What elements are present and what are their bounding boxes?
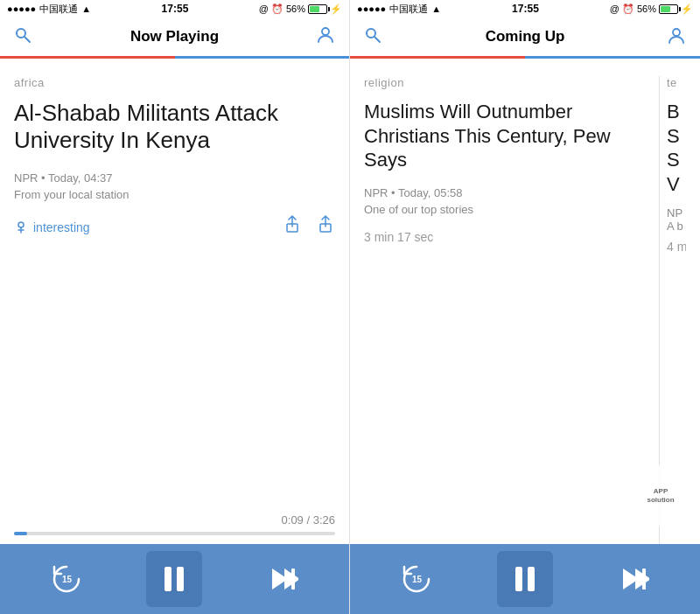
source-left: NPR — [14, 171, 38, 185]
coming-up-item-1: religion Muslims Will Outnumber Christia… — [364, 76, 659, 544]
skip-icon-right — [618, 563, 649, 595]
interesting-button[interactable]: interesting — [14, 220, 90, 234]
svg-text:15: 15 — [62, 575, 73, 584]
pause-button-right[interactable] — [497, 551, 553, 607]
status-right-left: @ ⏰ 56% ⚡ — [259, 3, 342, 15]
meta-coming-1: NPR • Today, 05:58 — [364, 186, 648, 199]
svg-point-2 — [322, 28, 329, 35]
at-icon: @ — [259, 3, 269, 14]
svg-line-13 — [374, 37, 380, 42]
replay-button-right[interactable]: 15 — [392, 555, 441, 604]
search-icon-left[interactable] — [14, 26, 32, 48]
source-line-left: From your local station — [14, 188, 335, 201]
svg-text:15: 15 — [412, 575, 423, 584]
controls-bar-left: 15 — [0, 544, 349, 614]
pause-icon-left — [164, 567, 184, 591]
profile-icon-right[interactable] — [667, 25, 686, 49]
svg-point-14 — [673, 29, 680, 36]
category-coming-2: te — [667, 76, 686, 89]
pause-icon-right — [515, 567, 535, 591]
category-coming-1: religion — [364, 76, 648, 89]
status-bar-left: ●●●●● 中国联通 ▲ 17:55 @ ⏰ 56% ⚡ — [0, 0, 349, 17]
svg-rect-18 — [642, 569, 646, 590]
article-title-coming-2: BSSV — [667, 100, 686, 196]
signal-dots-right: ●●●●● — [357, 3, 386, 14]
controls-bar-right: 15 — [350, 544, 700, 614]
status-bar-right: ●●●●● 中国联通 ▲ 17:55 @ ⏰ 56% ⚡ — [350, 0, 700, 17]
status-left: ●●●●● 中国联通 ▲ — [7, 3, 91, 16]
source-line-coming-1: One of our top stories — [364, 203, 648, 216]
category-left: africa — [14, 76, 335, 89]
carrier-right: 中国联通 — [389, 3, 428, 16]
meta-left: NPR • Today, 04:37 — [14, 171, 335, 185]
article-title-left: Al-Shabab Militants Attack University In… — [14, 100, 335, 154]
search-icon-right[interactable] — [364, 26, 382, 48]
progress-track-left[interactable] — [14, 532, 335, 535]
duration-coming-2: 4 m — [667, 240, 686, 254]
carrier-left: 中国联通 — [39, 3, 78, 16]
signal-dots: ●●●●● — [7, 3, 36, 14]
replay-icon-right: 15 — [397, 560, 436, 598]
status-right-right: @ ⏰ 56% ⚡ — [610, 3, 693, 15]
watermark: APPsolution — [630, 465, 691, 527]
now-playing-panel: ●●●●● 中国联通 ▲ 17:55 @ ⏰ 56% ⚡ Now Playing — [0, 0, 350, 614]
actions-row-left: interesting — [14, 215, 335, 239]
date-coming-1: Today, 05:58 — [398, 186, 462, 199]
pause-button-left[interactable] — [146, 551, 202, 607]
watermark-text: APPsolution — [647, 487, 674, 504]
share-button-1[interactable] — [283, 215, 302, 239]
lightning-icon: ⚡ — [330, 3, 342, 15]
article-title-coming-1: Muslims Will Outnumber Christians This C… — [364, 100, 648, 172]
meta-coming-2: NP — [667, 206, 686, 220]
skip-icon-left — [267, 563, 298, 595]
page-title-right: Coming Up — [486, 28, 565, 45]
nav-bar-left: Now Playing — [0, 17, 349, 56]
wifi-icon-right: ▲ — [431, 3, 441, 14]
lightning-icon-right: ⚡ — [681, 3, 693, 15]
time-right: 17:55 — [512, 3, 539, 15]
svg-line-1 — [24, 37, 30, 42]
svg-rect-11 — [291, 569, 295, 590]
share-button-2[interactable] — [316, 215, 335, 239]
duration-coming-1: 3 min 17 sec — [364, 230, 648, 244]
interesting-icon — [14, 220, 28, 234]
replay-icon-left: 15 — [47, 560, 86, 598]
svg-point-3 — [18, 222, 24, 227]
alarm-icon-right: ⏰ — [622, 3, 634, 15]
profile-icon-left[interactable] — [316, 24, 335, 49]
dot-sep-left: • — [41, 171, 48, 185]
progress-time-left: 0:09 / 3:26 — [14, 513, 335, 527]
coming-up-panel: ●●●●● 中国联通 ▲ 17:55 @ ⏰ 56% ⚡ Coming Up — [350, 0, 700, 614]
content-left: africa Al-Shabab Militants Attack Univer… — [0, 59, 349, 513]
wifi-icon: ▲ — [81, 3, 91, 14]
skip-button-left[interactable] — [258, 555, 307, 604]
battery-icon-left — [308, 4, 327, 14]
replay-button-left[interactable]: 15 — [42, 555, 91, 604]
nav-bar-right: Coming Up — [350, 17, 700, 56]
battery-icon-right — [659, 4, 678, 14]
source-line-coming-2: A b — [667, 220, 686, 233]
battery-pct-left: 56% — [286, 3, 305, 14]
interesting-label: interesting — [33, 220, 90, 234]
page-title-left: Now Playing — [130, 28, 219, 45]
at-icon-right: @ — [610, 3, 620, 14]
date-left: Today, 04:37 — [48, 171, 112, 185]
progress-fill-left — [14, 532, 27, 535]
time-left: 17:55 — [162, 3, 189, 15]
alarm-icon: ⏰ — [271, 3, 284, 15]
source-coming-1: NPR — [364, 186, 388, 199]
status-left-right: ●●●●● 中国联通 ▲ — [357, 3, 441, 16]
progress-area-left: 0:09 / 3:26 — [0, 513, 349, 544]
battery-pct-right: 56% — [637, 3, 656, 14]
skip-button-right[interactable] — [609, 555, 658, 604]
